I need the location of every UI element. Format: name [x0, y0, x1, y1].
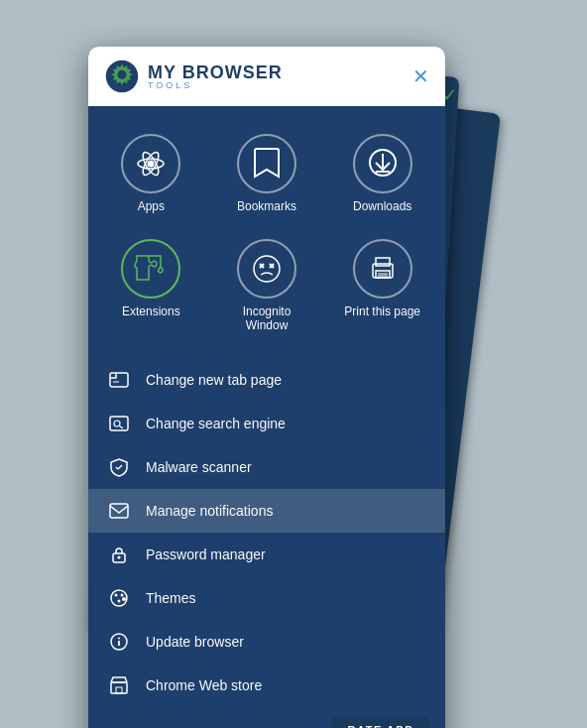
logo-icon — [104, 59, 140, 94]
svg-line-24 — [116, 467, 118, 469]
apps-label: Apps — [138, 199, 165, 213]
grid-item-incognito[interactable]: Incognito Window — [214, 231, 320, 340]
menu-item-webstore[interactable]: Chrome Web store — [88, 664, 445, 707]
svg-point-30 — [115, 594, 118, 597]
svg-rect-39 — [116, 687, 122, 693]
svg-point-32 — [118, 600, 121, 603]
bookmark-icon — [252, 147, 282, 181]
incognito-icon-circle — [237, 239, 296, 299]
rate-app-button[interactable]: RATE APP — [332, 717, 429, 728]
menu-item-new-tab[interactable]: Change new tab page — [88, 358, 445, 402]
menu-list: Change new tab page Change search engine… — [88, 358, 445, 707]
print-icon — [366, 252, 400, 286]
icon-grid: Apps Bookmarks — [88, 106, 445, 350]
header: MY BROWSER TOOLS ✕ — [88, 47, 445, 106]
incognito-label: Incognito Window — [222, 304, 312, 332]
notification-icon — [108, 500, 130, 522]
search-engine-icon — [108, 413, 130, 434]
grid-item-bookmarks[interactable]: Bookmarks — [214, 126, 320, 221]
svg-point-1 — [118, 70, 127, 79]
svg-point-28 — [118, 556, 121, 559]
svg-point-9 — [254, 256, 280, 282]
update-label: Update browser — [146, 634, 244, 650]
palette-icon — [108, 587, 130, 609]
apps-icon-circle — [121, 134, 180, 193]
logo-sub: TOOLS — [148, 81, 283, 90]
extensions-label: Extensions — [122, 304, 180, 318]
webstore-label: Chrome Web store — [146, 677, 262, 693]
svg-point-36 — [118, 638, 120, 640]
svg-rect-26 — [110, 504, 128, 518]
download-icon — [367, 147, 399, 181]
logo-title: MY BROWSER — [148, 63, 283, 81]
themes-label: Themes — [146, 590, 196, 606]
info-icon — [108, 631, 130, 653]
bookmarks-icon-circle — [237, 134, 296, 193]
main-panel: MY BROWSER TOOLS ✕ Apps — [88, 47, 445, 728]
menu-item-search-engine[interactable]: Change search engine — [88, 402, 445, 445]
logo-area: MY BROWSER TOOLS — [104, 59, 283, 94]
bookmarks-label: Bookmarks — [237, 199, 296, 213]
lock-icon — [108, 544, 130, 565]
close-button[interactable]: ✕ — [412, 64, 429, 88]
svg-point-33 — [122, 597, 126, 601]
notifications-label: Manage notifications — [146, 503, 273, 519]
downloads-icon-circle — [353, 134, 412, 193]
svg-rect-15 — [376, 258, 390, 266]
menu-item-themes[interactable]: Themes — [88, 576, 445, 620]
menu-item-update[interactable]: Update browser — [88, 620, 445, 664]
puzzle-icon — [133, 252, 169, 286]
grid-item-downloads[interactable]: Downloads — [329, 126, 435, 221]
extensions-icon-circle — [121, 239, 180, 299]
atom-icon — [134, 147, 168, 181]
tab-icon — [108, 369, 130, 391]
password-label: Password manager — [146, 546, 266, 562]
logo-text: MY BROWSER TOOLS — [148, 63, 283, 90]
svg-point-2 — [148, 161, 155, 168]
menu-item-password[interactable]: Password manager — [88, 533, 445, 576]
rate-bar: RATE APP — [88, 707, 445, 728]
svg-line-25 — [118, 465, 122, 469]
menu-item-malware[interactable]: Malware scanner — [88, 445, 445, 489]
grid-item-apps[interactable]: Apps — [98, 126, 204, 221]
shield-icon — [108, 456, 130, 478]
grid-item-extensions[interactable]: Extensions — [98, 231, 204, 340]
print-icon-circle — [353, 239, 412, 299]
new-tab-label: Change new tab page — [146, 372, 282, 388]
svg-rect-21 — [110, 417, 128, 430]
incognito-icon — [249, 252, 285, 286]
menu-item-notifications[interactable]: Manage notifications — [88, 489, 445, 533]
svg-point-31 — [121, 594, 124, 597]
svg-line-23 — [120, 426, 124, 429]
grid-item-print[interactable]: Print this page — [329, 231, 435, 340]
search-engine-label: Change search engine — [146, 416, 286, 431]
svg-rect-19 — [110, 373, 128, 387]
store-icon — [108, 674, 130, 696]
malware-label: Malware scanner — [146, 459, 252, 475]
downloads-label: Downloads — [353, 199, 411, 213]
print-label: Print this page — [344, 304, 420, 318]
svg-point-22 — [114, 421, 120, 426]
